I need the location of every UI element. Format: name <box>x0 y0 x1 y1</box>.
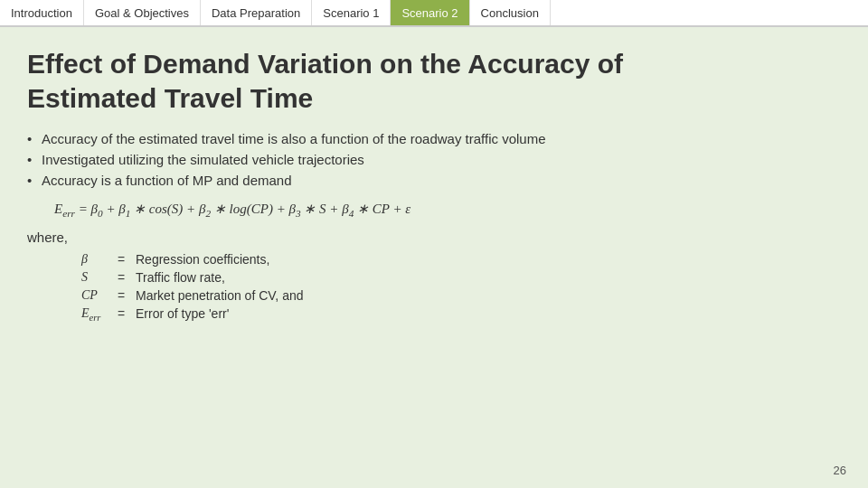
def-row-beta: β = Regression coefficients, <box>81 250 371 268</box>
def-eq-beta: = <box>118 250 136 268</box>
page-number: 26 <box>834 464 846 477</box>
nav-item-conclusion[interactable]: Conclusion <box>470 0 551 25</box>
nav-label-scenario-1: Scenario 1 <box>323 6 379 20</box>
def-symbol-eerr: Eerr <box>81 305 118 324</box>
bullet-1: Accuracy of the estimated travel time is… <box>27 131 841 146</box>
nav-label-conclusion: Conclusion <box>481 6 539 20</box>
def-eq-s: = <box>118 268 136 286</box>
def-row-s: S = Traffic flow rate, <box>81 268 371 286</box>
where-section: where, β = Regression coefficients, S = … <box>27 230 841 324</box>
nav-label-data-preparation: Data Preparation <box>212 6 300 20</box>
def-desc-cp: Market penetration of CV, and <box>136 286 371 305</box>
nav-item-scenario-2[interactable]: Scenario 2 <box>391 0 469 25</box>
def-row-eerr: Eerr = Error of type 'err' <box>81 305 371 324</box>
nav-label-goal-objectives: Goal & Objectives <box>95 6 189 20</box>
def-eq-eerr: = <box>118 305 136 324</box>
bullet-3: Accuracy is a function of MP and demand <box>27 173 841 188</box>
nav-item-goal-objectives[interactable]: Goal & Objectives <box>84 0 201 25</box>
slide-title: Effect of Demand Variation on the Accura… <box>27 47 841 115</box>
def-row-cp: CP = Market penetration of CV, and <box>81 286 371 305</box>
nav-item-scenario-1[interactable]: Scenario 1 <box>312 0 391 25</box>
slide-title-line2: Estimated Travel Time <box>27 83 313 113</box>
def-symbol-cp: CP <box>81 286 118 305</box>
def-desc-eerr: Error of type 'err' <box>136 305 371 324</box>
def-desc-beta: Regression coefficients, <box>136 250 371 268</box>
def-eq-cp: = <box>118 286 136 305</box>
where-label: where, <box>27 230 841 245</box>
nav-item-introduction[interactable]: Introduction <box>0 0 84 25</box>
formula-expression: Eerr = β0 + β1 ∗ cos(S) + β2 ∗ log(CP) +… <box>54 202 410 216</box>
navigation-bar: Introduction Goal & Objectives Data Prep… <box>0 0 868 27</box>
def-symbol-s: S <box>81 268 118 286</box>
bullet-list: Accuracy of the estimated travel time is… <box>27 131 841 188</box>
nav-label-introduction: Introduction <box>11 6 72 20</box>
bullet-2: Investigated utilizing the simulated veh… <box>27 152 841 167</box>
nav-item-data-preparation[interactable]: Data Preparation <box>201 0 312 25</box>
def-desc-s: Traffic flow rate, <box>136 268 371 286</box>
definitions-table: β = Regression coefficients, S = Traffic… <box>81 250 371 324</box>
nav-label-scenario-2: Scenario 2 <box>401 6 458 20</box>
def-symbol-beta: β <box>81 250 118 268</box>
slide-content: Effect of Demand Variation on the Accura… <box>0 27 868 488</box>
formula-block: Eerr = β0 + β1 ∗ cos(S) + β2 ∗ log(CP) +… <box>54 201 841 219</box>
slide-title-line1: Effect of Demand Variation on the Accura… <box>27 49 623 79</box>
